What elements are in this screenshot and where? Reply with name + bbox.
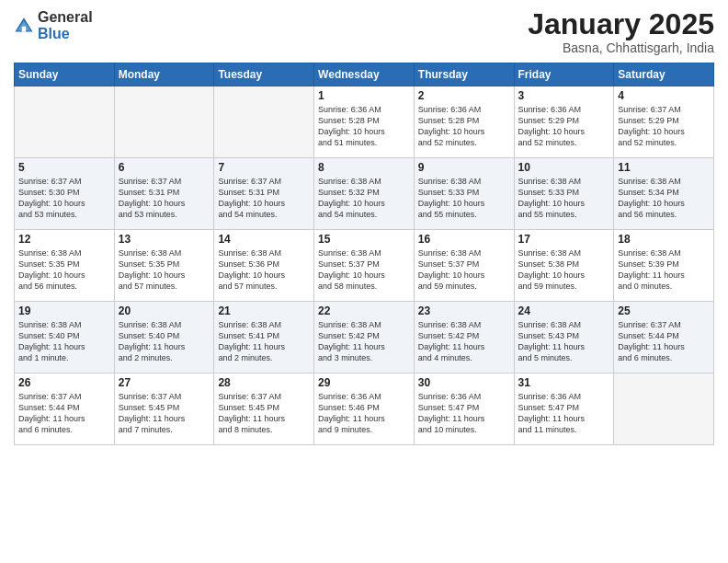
month-title: January 2025: [528, 9, 714, 39]
calendar-cell: 1Sunrise: 6:36 AM Sunset: 5:28 PM Daylig…: [314, 86, 415, 158]
calendar-cell: 31Sunrise: 6:36 AM Sunset: 5:47 PM Dayli…: [514, 373, 614, 445]
calendar-cell: 20Sunrise: 6:38 AM Sunset: 5:40 PM Dayli…: [114, 302, 214, 373]
day-number: 6: [119, 161, 210, 174]
logo-text: General Blue: [38, 9, 93, 41]
day-number: 7: [218, 161, 310, 174]
day-number: 9: [418, 161, 510, 174]
day-number: 19: [18, 304, 110, 317]
day-info: Sunrise: 6:36 AM Sunset: 5:47 PM Dayligh…: [518, 391, 610, 436]
day-number: 2: [418, 89, 510, 102]
calendar-week-row: 5Sunrise: 6:37 AM Sunset: 5:30 PM Daylig…: [15, 158, 714, 230]
logo: General Blue: [14, 9, 93, 41]
calendar-cell: 14Sunrise: 6:38 AM Sunset: 5:36 PM Dayli…: [214, 230, 314, 302]
calendar-cell: 3Sunrise: 6:36 AM Sunset: 5:29 PM Daylig…: [514, 86, 614, 158]
day-number: 17: [518, 233, 610, 246]
day-info: Sunrise: 6:38 AM Sunset: 5:36 PM Dayligh…: [218, 247, 310, 293]
calendar-cell: 28Sunrise: 6:37 AM Sunset: 5:45 PM Dayli…: [214, 373, 314, 445]
day-info: Sunrise: 6:36 AM Sunset: 5:28 PM Dayligh…: [418, 104, 510, 149]
day-number: 27: [119, 376, 210, 389]
svg-rect-2: [22, 26, 26, 31]
day-info: Sunrise: 6:36 AM Sunset: 5:28 PM Dayligh…: [318, 104, 410, 149]
day-number: 28: [218, 376, 310, 389]
day-info: Sunrise: 6:37 AM Sunset: 5:45 PM Dayligh…: [218, 391, 310, 436]
logo-icon: [14, 16, 34, 36]
day-info: Sunrise: 6:37 AM Sunset: 5:31 PM Dayligh…: [218, 176, 310, 221]
page-container: General Blue January 2025 Basna, Chhatti…: [0, 0, 728, 563]
calendar-cell: 5Sunrise: 6:37 AM Sunset: 5:30 PM Daylig…: [15, 158, 115, 230]
day-info: Sunrise: 6:37 AM Sunset: 5:44 PM Dayligh…: [18, 391, 110, 436]
day-info: Sunrise: 6:38 AM Sunset: 5:43 PM Dayligh…: [518, 319, 610, 364]
day-info: Sunrise: 6:38 AM Sunset: 5:33 PM Dayligh…: [518, 176, 610, 221]
day-header-tuesday: Tuesday: [214, 63, 314, 86]
day-info: Sunrise: 6:36 AM Sunset: 5:29 PM Dayligh…: [518, 104, 610, 149]
day-info: Sunrise: 6:37 AM Sunset: 5:31 PM Dayligh…: [119, 176, 210, 221]
calendar-cell: 6Sunrise: 6:37 AM Sunset: 5:31 PM Daylig…: [114, 158, 214, 230]
day-number: 15: [318, 233, 410, 246]
calendar-cell: 18Sunrise: 6:38 AM Sunset: 5:39 PM Dayli…: [614, 230, 714, 302]
day-header-sunday: Sunday: [15, 63, 115, 86]
day-header-saturday: Saturday: [614, 63, 714, 86]
day-info: Sunrise: 6:38 AM Sunset: 5:37 PM Dayligh…: [318, 247, 410, 293]
calendar-cell: 15Sunrise: 6:38 AM Sunset: 5:37 PM Dayli…: [314, 230, 415, 302]
calendar-cell: [15, 86, 115, 158]
day-header-monday: Monday: [114, 63, 214, 86]
header: General Blue January 2025 Basna, Chhatti…: [14, 9, 714, 55]
day-info: Sunrise: 6:38 AM Sunset: 5:35 PM Dayligh…: [119, 247, 210, 293]
day-info: Sunrise: 6:38 AM Sunset: 5:33 PM Dayligh…: [418, 176, 510, 221]
day-info: Sunrise: 6:38 AM Sunset: 5:40 PM Dayligh…: [119, 319, 210, 364]
day-info: Sunrise: 6:38 AM Sunset: 5:39 PM Dayligh…: [618, 247, 710, 293]
day-info: Sunrise: 6:38 AM Sunset: 5:41 PM Dayligh…: [218, 319, 310, 364]
calendar-cell: 27Sunrise: 6:37 AM Sunset: 5:45 PM Dayli…: [114, 373, 214, 445]
day-info: Sunrise: 6:38 AM Sunset: 5:42 PM Dayligh…: [418, 319, 510, 364]
day-number: 30: [418, 376, 510, 389]
location: Basna, Chhattisgarh, India: [528, 40, 714, 55]
day-info: Sunrise: 6:38 AM Sunset: 5:35 PM Dayligh…: [18, 247, 110, 293]
calendar-cell: [114, 86, 214, 158]
logo-blue: Blue: [38, 26, 93, 42]
calendar-cell: 4Sunrise: 6:37 AM Sunset: 5:29 PM Daylig…: [614, 86, 714, 158]
day-info: Sunrise: 6:38 AM Sunset: 5:40 PM Dayligh…: [18, 319, 110, 364]
day-info: Sunrise: 6:36 AM Sunset: 5:46 PM Dayligh…: [318, 391, 410, 436]
title-block: January 2025 Basna, Chhattisgarh, India: [528, 9, 714, 55]
day-number: 14: [218, 233, 310, 246]
day-info: Sunrise: 6:38 AM Sunset: 5:34 PM Dayligh…: [618, 176, 710, 221]
day-info: Sunrise: 6:38 AM Sunset: 5:37 PM Dayligh…: [418, 247, 510, 293]
day-number: 3: [518, 89, 610, 102]
day-number: 11: [618, 161, 710, 174]
calendar-cell: 12Sunrise: 6:38 AM Sunset: 5:35 PM Dayli…: [15, 230, 115, 302]
day-header-wednesday: Wednesday: [314, 63, 415, 86]
calendar-cell: 16Sunrise: 6:38 AM Sunset: 5:37 PM Dayli…: [414, 230, 514, 302]
day-number: 4: [618, 89, 710, 102]
day-header-friday: Friday: [514, 63, 614, 86]
day-number: 29: [318, 376, 410, 389]
day-number: 8: [318, 161, 410, 174]
day-info: Sunrise: 6:38 AM Sunset: 5:38 PM Dayligh…: [518, 247, 610, 293]
day-number: 21: [218, 304, 310, 317]
calendar-cell: 10Sunrise: 6:38 AM Sunset: 5:33 PM Dayli…: [514, 158, 614, 230]
calendar-cell: 23Sunrise: 6:38 AM Sunset: 5:42 PM Dayli…: [414, 302, 514, 373]
calendar-cell: [214, 86, 314, 158]
day-number: 10: [518, 161, 610, 174]
day-number: 22: [318, 304, 410, 317]
calendar-week-row: 19Sunrise: 6:38 AM Sunset: 5:40 PM Dayli…: [15, 302, 714, 373]
day-number: 23: [418, 304, 510, 317]
day-info: Sunrise: 6:38 AM Sunset: 5:32 PM Dayligh…: [318, 176, 410, 221]
calendar-cell: 11Sunrise: 6:38 AM Sunset: 5:34 PM Dayli…: [614, 158, 714, 230]
calendar-cell: 2Sunrise: 6:36 AM Sunset: 5:28 PM Daylig…: [414, 86, 514, 158]
day-number: 5: [18, 161, 110, 174]
day-number: 13: [119, 233, 210, 246]
calendar-cell: 22Sunrise: 6:38 AM Sunset: 5:42 PM Dayli…: [314, 302, 415, 373]
calendar-cell: 24Sunrise: 6:38 AM Sunset: 5:43 PM Dayli…: [514, 302, 614, 373]
day-number: 24: [518, 304, 610, 317]
day-info: Sunrise: 6:37 AM Sunset: 5:29 PM Dayligh…: [618, 104, 710, 149]
calendar-cell: 25Sunrise: 6:37 AM Sunset: 5:44 PM Dayli…: [614, 302, 714, 373]
day-number: 25: [618, 304, 710, 317]
day-info: Sunrise: 6:37 AM Sunset: 5:44 PM Dayligh…: [618, 319, 710, 364]
day-number: 12: [18, 233, 110, 246]
calendar-cell: 29Sunrise: 6:36 AM Sunset: 5:46 PM Dayli…: [314, 373, 415, 445]
calendar-header-row: SundayMondayTuesdayWednesdayThursdayFrid…: [15, 63, 714, 86]
calendar-cell: 30Sunrise: 6:36 AM Sunset: 5:47 PM Dayli…: [414, 373, 514, 445]
day-number: 26: [18, 376, 110, 389]
logo-general: General: [38, 9, 93, 26]
day-number: 16: [418, 233, 510, 246]
